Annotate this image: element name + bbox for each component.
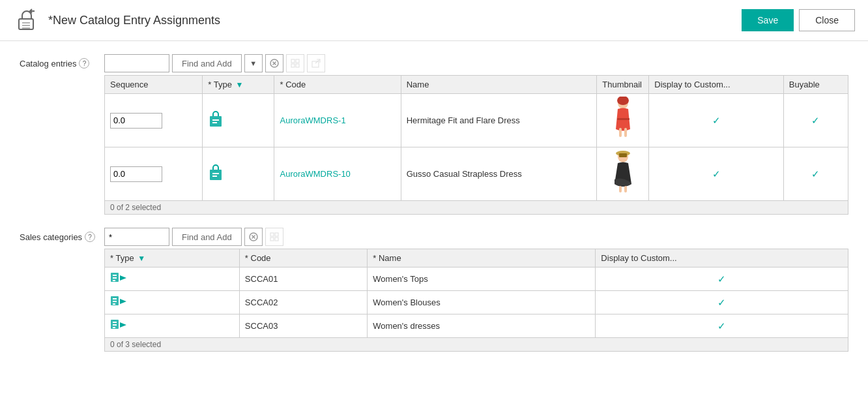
type-cell (203, 147, 274, 201)
save-button[interactable]: Save (742, 9, 794, 31)
sales-categories-find-add-button[interactable]: Find and Add (172, 228, 242, 246)
col-type: * Type ▼ (203, 76, 274, 94)
sequence-input[interactable] (110, 166, 162, 182)
svg-marker-41 (120, 275, 126, 281)
catalog-entries-grid-button[interactable] (286, 54, 304, 72)
svg-rect-24 (212, 176, 217, 177)
sales-categories-search-input[interactable] (104, 228, 169, 246)
col-buyable: Buyable (783, 76, 848, 94)
type-cell (203, 94, 274, 147)
sales-type-cell (105, 291, 240, 314)
sales-categories-section: Sales categories ? Find and Add (20, 228, 848, 352)
sales-type-filter-icon[interactable]: ▼ (137, 254, 145, 263)
sales-categories-help-icon[interactable]: ? (85, 232, 95, 242)
category-type-icon (110, 271, 127, 284)
header-left: *New Catalog Entry Assignments (13, 7, 220, 34)
buyable-check-icon: ✓ (789, 168, 843, 180)
catalog-entries-clear-button[interactable] (265, 54, 283, 72)
sequence-cell (105, 94, 203, 147)
catalog-entries-content: Find and Add ▼ (104, 54, 848, 215)
svg-rect-28 (619, 186, 622, 192)
chevron-down-icon: ▼ (250, 59, 257, 67)
page-icon (13, 7, 40, 34)
sales-display-cell: ✓ (596, 314, 848, 338)
sales-code-cell: SCCA01 (239, 268, 367, 291)
code-link[interactable]: AuroraWMDRS-1 (280, 115, 345, 125)
sales-col-display: Display to Custom... (596, 249, 848, 268)
display-check-icon: ✓ (654, 115, 778, 127)
sequence-input[interactable] (110, 113, 162, 129)
sales-type-cell (105, 314, 240, 338)
grid-icon-2 (270, 232, 279, 241)
sales-categories-content: Find and Add (104, 228, 848, 352)
display-cell: ✓ (649, 147, 784, 201)
catalog-entries-find-add-button[interactable]: Find and Add (172, 54, 242, 72)
sales-categories-header-row: * Type ▼ * Code * Name Display to Custom… (105, 249, 848, 268)
col-display: Display to Custom... (649, 76, 784, 94)
sales-code-cell: SCCA02 (239, 291, 367, 314)
main-content: Catalog entries ? Find and Add ▼ (0, 41, 868, 378)
sales-name-cell: Women's Tops (368, 268, 596, 291)
svg-rect-15 (212, 119, 219, 121)
svg-rect-27 (619, 153, 627, 157)
thumbnail-cell (597, 147, 649, 201)
buyable-cell: ✓ (783, 147, 848, 201)
dress-thumbnail-red (607, 97, 639, 142)
list-item: SCCA02 Women's Blouses ✓ (105, 291, 848, 314)
close-button[interactable]: Close (799, 9, 855, 31)
sales-type-cell (105, 268, 240, 291)
header-buttons: Save Close (742, 9, 855, 31)
grid-icon (291, 59, 300, 68)
svg-rect-10 (291, 64, 295, 67)
buyable-cell: ✓ (783, 94, 848, 147)
sales-display-cell: ✓ (596, 291, 848, 314)
page-header: *New Catalog Entry Assignments Save Clos… (0, 0, 868, 41)
table-row: AuroraWMDRS-10 Gusso Casual Strapless Dr… (105, 147, 848, 201)
catalog-entries-dropdown-button[interactable]: ▼ (244, 54, 263, 72)
svg-rect-35 (270, 237, 274, 241)
code-cell: AuroraWMDRS-10 (274, 147, 401, 201)
sales-code-cell: SCCA03 (239, 314, 367, 338)
sales-categories-status: 0 of 3 selected (104, 338, 848, 352)
type-filter-icon[interactable]: ▼ (236, 80, 244, 89)
svg-rect-29 (624, 186, 627, 192)
buyable-check-icon: ✓ (789, 115, 843, 127)
col-thumbnail: Thumbnail (597, 76, 649, 94)
list-item: SCCA03 Women's dresses ✓ (105, 314, 848, 338)
catalog-entries-search-input[interactable] (104, 54, 169, 72)
svg-rect-49 (113, 324, 117, 326)
svg-rect-11 (296, 64, 299, 67)
svg-rect-33 (270, 233, 274, 236)
sales-display-check-icon: ✓ (601, 297, 843, 309)
sales-categories-label: Sales categories ? (20, 228, 104, 242)
catalog-entries-header-row: Sequence * Type ▼ * Code Name Thumbnail … (105, 76, 848, 94)
catalog-entries-table: Sequence * Type ▼ * Code Name Thumbnail … (104, 75, 848, 201)
code-link[interactable]: AuroraWMDRS-10 (280, 169, 350, 179)
svg-rect-23 (212, 173, 219, 174)
dress-thumbnail-black (607, 150, 639, 196)
svg-rect-21 (617, 118, 629, 120)
svg-rect-14 (210, 116, 222, 127)
list-item: SCCA01 Women's Tops ✓ (105, 268, 848, 291)
svg-rect-44 (113, 301, 117, 302)
catalog-entries-status: 0 of 2 selected (104, 201, 848, 215)
catalog-entries-help-icon[interactable]: ? (79, 58, 89, 69)
svg-rect-9 (296, 59, 299, 63)
product-type-icon (208, 165, 224, 181)
svg-rect-34 (275, 233, 278, 236)
svg-rect-39 (113, 277, 117, 279)
catalog-entries-export-button[interactable] (307, 54, 325, 72)
svg-rect-36 (275, 237, 278, 241)
export-icon (311, 59, 321, 68)
svg-rect-19 (619, 128, 622, 137)
name-cell: Gusso Casual Strapless Dress (401, 147, 597, 201)
svg-rect-40 (113, 280, 115, 281)
category-type-icon (110, 295, 127, 308)
code-cell: AuroraWMDRS-1 (274, 94, 401, 147)
sales-categories-grid-button[interactable] (265, 228, 283, 246)
sales-categories-clear-button[interactable] (244, 228, 263, 246)
svg-rect-38 (113, 275, 117, 276)
sales-name-cell: Women's Blouses (368, 291, 596, 314)
svg-marker-51 (120, 322, 126, 328)
sales-display-check-icon: ✓ (601, 273, 843, 285)
